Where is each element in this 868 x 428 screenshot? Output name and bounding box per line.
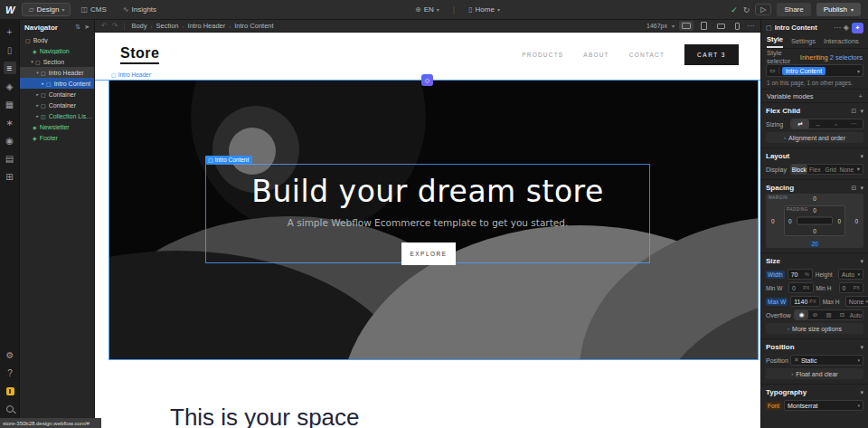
expander-icon[interactable]: ▸ [34, 102, 41, 108]
padding-top-value[interactable]: 0 [813, 207, 816, 214]
font-dropdown[interactable]: Montserrat ▾ [784, 400, 863, 411]
help-icon[interactable]: ? [4, 366, 16, 379]
navigator-item-collection-list[interactable]: ▸ ◫ Collection List Wra... [20, 110, 94, 121]
pages-icon[interactable]: ▯ [4, 43, 16, 56]
width-label[interactable]: Width [766, 271, 785, 279]
settings-gear-icon[interactable]: ⚙ [4, 348, 16, 361]
redo-icon[interactable]: ↷ [112, 22, 118, 30]
style-selector-input[interactable]: ▭ Intro Content ▾ [766, 64, 863, 77]
sizing-grow-option[interactable]: ↔ [809, 119, 827, 128]
min-height-unit[interactable]: PX [854, 285, 860, 290]
navigator-item-container-2[interactable]: ▸ ▢ Container [20, 100, 94, 110]
more-options-icon[interactable]: ⋯ [834, 24, 841, 32]
share-button[interactable]: Share [777, 3, 810, 16]
create-component-icon[interactable]: ◈ [844, 24, 849, 32]
display-more-dropdown[interactable]: ▾ [854, 165, 863, 174]
display-grid-option[interactable]: Grid [823, 165, 839, 174]
chevron-down-icon[interactable]: ▾ [860, 108, 863, 115]
margin-top-value[interactable]: 0 [813, 195, 816, 202]
undo-icon[interactable]: ↶ [101, 22, 108, 30]
navigator-item-footer[interactable]: ◈ Footer [20, 132, 94, 143]
overflow-auto-option[interactable]: Auto [849, 310, 863, 319]
breadcrumb-intro-header[interactable]: Intro Header [188, 22, 226, 30]
margin-bottom-value[interactable]: 20 [808, 241, 820, 247]
sizing-more-option[interactable]: ⋯ [844, 119, 863, 128]
font-label[interactable]: Font [766, 402, 781, 410]
tab-interactions[interactable]: Interactions [824, 37, 859, 48]
more-breakpoints-icon[interactable]: ⋯ [747, 22, 755, 30]
nav-link-products[interactable]: PRODUCTS [522, 52, 563, 58]
audit-warning-icon[interactable] [4, 385, 16, 397]
navigator-item-newsletter[interactable]: ◈ Newsletter [20, 121, 94, 132]
max-width-unit[interactable]: PX [809, 299, 816, 304]
display-none-option[interactable]: None [839, 165, 855, 174]
sizing-fixed-option[interactable]: ▫ [827, 119, 845, 128]
ai-assistant-button[interactable]: ✦ [852, 23, 863, 33]
width-input[interactable]: 70 % [788, 269, 813, 280]
reset-icon[interactable]: ⊡ [852, 108, 857, 115]
publish-button[interactable]: Publish ▾ [816, 3, 861, 16]
webflow-logo[interactable]: W [5, 5, 14, 15]
chevron-down-icon[interactable]: ▾ [860, 344, 863, 351]
max-width-label[interactable]: Max W [766, 298, 788, 306]
min-width-unit[interactable]: PX [803, 285, 809, 290]
display-block-option[interactable]: Block [791, 165, 807, 174]
breadcrumb-section[interactable]: Section [156, 22, 179, 30]
design-mode-button[interactable]: ▱ Design ▾ [22, 3, 71, 16]
insights-button[interactable]: ∿ Insights [117, 4, 163, 15]
margin-right-value[interactable]: 0 [854, 218, 858, 224]
overflow-scroll-icon[interactable]: ▥ [822, 310, 835, 319]
navigator-item-navigation[interactable]: ◈ Navigation [20, 45, 94, 56]
canvas-width-value[interactable]: 1467px [646, 23, 667, 29]
chevron-down-icon[interactable]: ▾ [860, 185, 863, 192]
inherited-selectors-link[interactable]: 2 selectors [830, 53, 863, 62]
padding-right-value[interactable]: 0 [837, 218, 841, 224]
breakpoint-indicator-icon[interactable]: ▭ [769, 67, 779, 74]
intro-content-selection-badge[interactable]: ▢ Intro Content [205, 156, 252, 164]
intro-header-selection-badge[interactable]: ▢ Intro Header [109, 71, 153, 78]
tab-settings[interactable]: Settings [791, 37, 816, 48]
spacing-link-icon[interactable]: ⊟ [852, 185, 857, 192]
chevron-down-icon[interactable]: ▾ [860, 389, 863, 396]
navigator-item-body[interactable]: ▢ Body [20, 34, 94, 45]
breadcrumb-body[interactable]: Body [131, 22, 146, 30]
nav-link-about[interactable]: ABOUT [583, 52, 609, 58]
position-dropdown[interactable]: ✕ Static ▾ [790, 355, 863, 366]
add-variable-mode-icon[interactable]: + [859, 92, 863, 100]
max-width-input[interactable]: 1140 PX [790, 296, 819, 307]
navigator-item-intro-header[interactable]: ▾ ▢ Intro Header [20, 67, 94, 78]
components-icon[interactable]: ◈ [4, 80, 16, 92]
expander-icon[interactable]: ▸ [34, 113, 41, 119]
explore-button[interactable]: EXPLORE [401, 243, 456, 265]
cart-button[interactable]: CART 3 [684, 44, 739, 65]
navigator-item-container-1[interactable]: ▸ ▢ Container [20, 89, 94, 100]
navigator-item-section[interactable]: ▾ ▢ Section [20, 56, 94, 67]
intro-content-selected-element[interactable]: ▢ Intro Content Build your dream store A… [205, 164, 650, 263]
expander-icon[interactable]: ▸ [34, 91, 41, 97]
assets-icon[interactable]: ◉ [4, 134, 16, 147]
margin-left-value[interactable]: 0 [771, 218, 775, 224]
min-width-input[interactable]: 0 PX [788, 282, 814, 293]
overflow-visible-eye-icon[interactable]: ◉ [795, 310, 808, 319]
intro-header-section[interactable]: ▢ Intro Content Build your dream store A… [108, 81, 759, 360]
nav-link-contact[interactable]: CONTACT [629, 52, 665, 58]
expander-icon[interactable]: ▾ [29, 59, 35, 64]
expander-icon[interactable]: ▸ [40, 81, 46, 86]
pin-icon[interactable]: ➤ [84, 24, 90, 31]
navigator-icon[interactable]: ≡ [4, 62, 16, 74]
history-icon[interactable]: ↻ [743, 5, 750, 14]
page-selector[interactable]: ▯ Home ▾ [462, 4, 506, 15]
spacing-handle[interactable]: ◇ [421, 74, 433, 86]
breakpoint-phone-landscape-icon[interactable] [714, 22, 728, 31]
padding-bottom-value[interactable]: 0 [813, 228, 816, 234]
min-height-input[interactable]: 0 PX [839, 282, 864, 293]
breadcrumb-intro-content[interactable]: Intro Content [234, 22, 273, 30]
display-flex-option[interactable]: Flex [807, 165, 824, 174]
cms-button[interactable]: ◫ CMS [74, 4, 112, 15]
interactions-icon[interactable]: ∗ [4, 116, 16, 128]
breakpoint-desktop-icon[interactable] [679, 21, 693, 31]
overflow-clip-icon[interactable]: ⊡ [835, 310, 849, 319]
variables-icon[interactable]: ▦ [4, 98, 16, 110]
add-element-icon[interactable]: + [4, 25, 16, 38]
float-and-clear-button[interactable]: › Float and clear [766, 368, 863, 379]
